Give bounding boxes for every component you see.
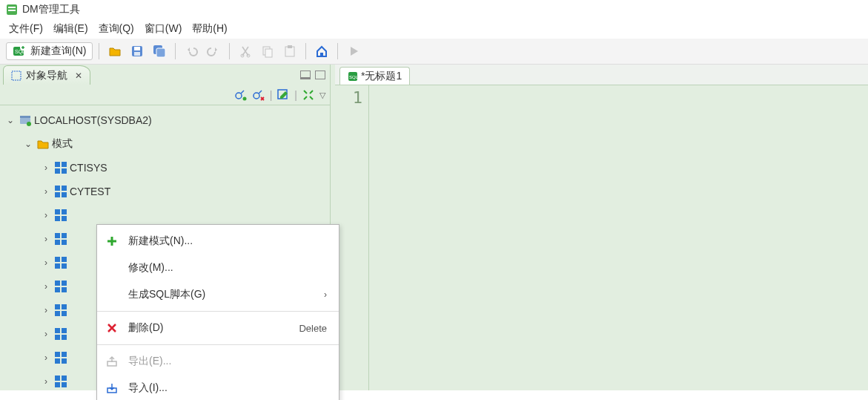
- chevron-right-icon[interactable]: ›: [40, 186, 52, 197]
- ctx-modify[interactable]: 修改(M)...: [97, 255, 339, 281]
- line-gutter: 1: [335, 85, 369, 390]
- svg-point-21: [254, 93, 259, 99]
- ctx-export: 导出(E)...: [97, 348, 339, 375]
- line-number: 1: [335, 88, 362, 107]
- chevron-right-icon[interactable]: ›: [40, 329, 52, 339]
- paste-button[interactable]: [280, 42, 299, 61]
- chevron-down-icon[interactable]: ⌄: [22, 139, 34, 149]
- menu-query[interactable]: 查询(Q): [99, 22, 134, 36]
- chevron-right-icon[interactable]: ›: [40, 305, 52, 315]
- schema-icon: [55, 209, 67, 221]
- svg-rect-16: [288, 45, 292, 48]
- chevron-right-icon[interactable]: ›: [40, 353, 52, 363]
- menu-window[interactable]: 窗口(W): [145, 22, 182, 36]
- folder-icon: [37, 138, 49, 150]
- link-break-icon[interactable]: [252, 88, 265, 102]
- menu-separator: [97, 311, 339, 312]
- context-menu: 新建模式(N)... 修改(M)... 生成SQL脚本(G) › 删除(D) D…: [96, 224, 339, 400]
- menu-file[interactable]: 文件(F): [9, 22, 43, 36]
- svg-rect-1: [8, 7, 16, 8]
- navigator-tab[interactable]: 对象导航 ✕: [3, 65, 90, 85]
- schema-icon: [55, 304, 67, 316]
- editor-tabbar: SQL *无标题1: [335, 65, 868, 85]
- navigator-view-controls: [300, 71, 325, 79]
- svg-point-19: [236, 93, 242, 99]
- submenu-arrow-icon: ›: [324, 289, 327, 300]
- tree-schema-row[interactable]: › CTISYS: [4, 156, 330, 180]
- code-area[interactable]: [369, 85, 868, 390]
- ctx-label: 生成SQL脚本(G): [128, 288, 315, 301]
- editor-tab-label: *无标题1: [361, 70, 402, 83]
- export-icon: [105, 355, 119, 367]
- svg-rect-14: [265, 49, 272, 57]
- ctx-label: 导入(I)...: [128, 381, 327, 395]
- redo-button[interactable]: [204, 42, 223, 61]
- chevron-right-icon[interactable]: ›: [40, 210, 52, 220]
- svg-point-20: [242, 97, 246, 101]
- expand-all-icon[interactable]: [302, 88, 315, 102]
- tree-schema-row[interactable]: › CYTEST: [4, 180, 330, 203]
- toolbar-separator: [305, 43, 306, 59]
- svg-point-25: [27, 122, 31, 126]
- ctx-label: 导出(E)...: [128, 355, 327, 368]
- undo-button[interactable]: [182, 42, 201, 61]
- ctx-import[interactable]: 导入(I)...: [97, 375, 339, 400]
- ctx-label: 修改(M)...: [128, 261, 327, 275]
- menu-help[interactable]: 帮助(H): [192, 22, 227, 36]
- copy-button[interactable]: [258, 42, 277, 61]
- chevron-right-icon[interactable]: ›: [40, 376, 52, 387]
- navigator-toolbar: | | ▽: [0, 85, 330, 105]
- cut-button[interactable]: [236, 42, 255, 61]
- chevron-right-icon[interactable]: ›: [40, 234, 52, 244]
- tree-schemas-row[interactable]: ⌄ 模式: [4, 132, 330, 156]
- sql-file-icon: SQL: [348, 71, 358, 82]
- chevron-right-icon[interactable]: ›: [40, 163, 52, 173]
- toolbar-separator: [337, 43, 338, 59]
- open-button[interactable]: [105, 42, 125, 61]
- schema-label: CYTEST: [70, 186, 110, 197]
- tree-root-row[interactable]: ⌄ LOCALHOST(SYSDBA2): [4, 108, 330, 132]
- view-menu-icon[interactable]: ▽: [319, 91, 325, 100]
- ctx-new-schema[interactable]: 新建模式(N)...: [97, 228, 339, 255]
- editor-body: 1: [335, 85, 868, 390]
- new-query-button[interactable]: SQL 新建查询(N): [6, 42, 93, 60]
- save-button[interactable]: [127, 42, 147, 61]
- save-all-button[interactable]: [150, 42, 169, 61]
- svg-rect-18: [12, 71, 21, 80]
- chevron-down-icon[interactable]: ⌄: [4, 115, 16, 125]
- svg-rect-8: [134, 52, 140, 56]
- minimize-icon[interactable]: [300, 71, 311, 79]
- schema-icon: [55, 281, 67, 292]
- menubar: 文件(F) 编辑(E) 查询(Q) 窗口(W) 帮助(H): [0, 19, 868, 39]
- svg-rect-24: [20, 116, 30, 118]
- new-query-label: 新建查询(N): [30, 45, 86, 58]
- schema-icon: [55, 162, 67, 174]
- import-icon: [105, 382, 119, 394]
- chevron-right-icon[interactable]: ›: [40, 281, 52, 292]
- ctx-label: 删除(D): [128, 321, 290, 335]
- editor-tab[interactable]: SQL *无标题1: [339, 67, 410, 85]
- run-button[interactable]: [344, 42, 363, 61]
- svg-rect-17: [320, 53, 323, 56]
- separator: |: [270, 89, 273, 101]
- schema-icon: [55, 257, 67, 269]
- menu-edit[interactable]: 编辑(E): [53, 22, 88, 36]
- close-icon[interactable]: ✕: [75, 71, 82, 81]
- navigator-tab-icon: [11, 71, 21, 81]
- edit-icon[interactable]: [276, 88, 290, 102]
- schema-label: CTISYS: [70, 162, 107, 174]
- schemas-label: 模式: [52, 137, 73, 151]
- schema-icon: [55, 328, 67, 340]
- link-editor-icon[interactable]: [234, 88, 248, 102]
- schema-icon: [55, 352, 67, 364]
- ctx-delete[interactable]: 删除(D) Delete: [97, 315, 339, 341]
- chevron-right-icon[interactable]: ›: [40, 258, 52, 268]
- home-button[interactable]: [312, 42, 331, 61]
- schema-icon: [55, 186, 67, 197]
- ctx-generate-sql[interactable]: 生成SQL脚本(G) ›: [97, 281, 339, 308]
- plus-icon: [105, 235, 119, 247]
- toolbar-separator: [229, 43, 230, 59]
- maximize-icon[interactable]: [315, 71, 325, 79]
- svg-rect-10: [156, 48, 165, 57]
- tree-root-label: LOCALHOST(SYSDBA2): [34, 114, 152, 126]
